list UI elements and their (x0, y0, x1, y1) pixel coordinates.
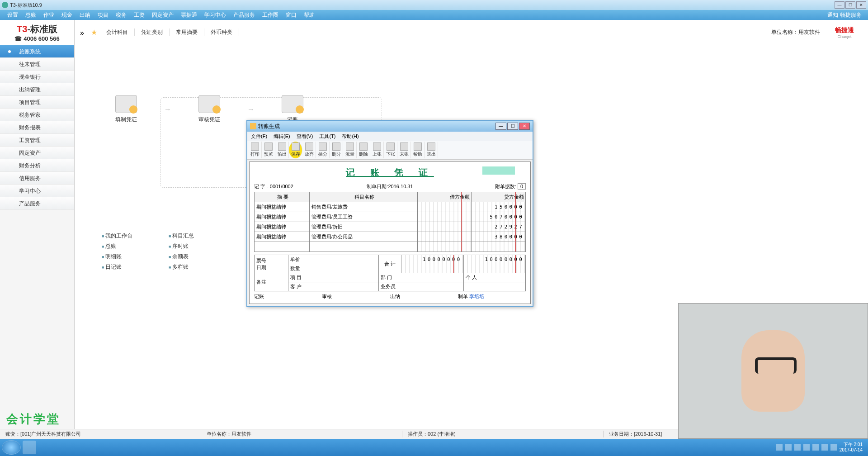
dialog-menu-item[interactable]: 文件(F) (251, 133, 267, 140)
tray-icon[interactable] (785, 444, 792, 451)
table-row[interactable]: 期间损益结转销售费用/差旅费150000 (255, 202, 526, 212)
link-item[interactable]: 总账 (102, 241, 132, 252)
tray-icon[interactable] (776, 444, 783, 451)
menu-item[interactable]: 税务 (112, 11, 130, 19)
menu-item[interactable]: 项目 (94, 11, 112, 19)
qty-label: 数量 (290, 266, 300, 271)
sidebar-item[interactable]: 信用服务 (0, 172, 74, 185)
logo-std: -标准版 (27, 24, 57, 34)
save-icon (292, 142, 300, 151)
sidebar-item-general-ledger[interactable]: 总账系统 (0, 45, 74, 58)
link-item[interactable]: 我的工作台 (102, 231, 132, 241)
tray-icon[interactable] (821, 444, 828, 451)
print-button[interactable]: 打印 (248, 142, 262, 158)
last-button[interactable]: 末张 (397, 142, 411, 158)
link-item[interactable]: 科目汇总 (169, 231, 194, 241)
sidebar-item[interactable]: 工资管理 (0, 134, 74, 147)
tab-item[interactable]: 会计科目 (100, 28, 135, 36)
delete-row-icon (332, 142, 340, 151)
sidebar-item[interactable]: 产品服务 (0, 197, 74, 210)
sidebar-item[interactable]: 往来管理 (0, 58, 74, 71)
export-button[interactable]: 输出 (275, 142, 289, 158)
preview-button[interactable]: 预览 (262, 142, 275, 158)
menu-item[interactable]: 工资 (130, 11, 148, 19)
taskbar-app-icon[interactable] (23, 441, 36, 454)
delete-button[interactable]: 删除 (357, 142, 370, 158)
link-item[interactable]: 序时账 (169, 241, 194, 252)
sidebar-item[interactable]: 学习中心 (0, 185, 74, 197)
menu-item[interactable]: 学习中心 (201, 11, 230, 19)
tray-icon[interactable] (803, 444, 810, 451)
exit-button[interactable]: 退出 (425, 142, 438, 158)
service-link[interactable]: 畅捷服务 (840, 11, 862, 19)
menu-item[interactable]: 出纳 (76, 11, 94, 19)
dialog-menu-item[interactable]: 查看(V) (297, 133, 313, 140)
sidebar-item[interactable]: 财务分析 (0, 159, 74, 172)
table-row[interactable]: 期间损益结转管理费用/折旧272927 (255, 222, 526, 232)
notice-link[interactable]: 通知 (827, 11, 838, 19)
dept-label: 部 门 (381, 275, 392, 280)
maximize-button[interactable]: ☐ (845, 1, 855, 9)
help-button[interactable]: 帮助 (411, 142, 425, 158)
last-icon (400, 142, 408, 151)
flow-create-voucher[interactable]: 填制凭证 (115, 95, 137, 124)
exit-icon (427, 142, 435, 151)
menu-item[interactable]: 固定资产 (148, 11, 177, 19)
menu-item[interactable]: 产品服务 (230, 11, 259, 19)
sidebar-item[interactable]: 现金银行 (0, 71, 74, 83)
menu-item[interactable]: 设置 (4, 11, 22, 19)
sales-label: 业务员 (381, 284, 396, 289)
sidebar-item[interactable]: 项目管理 (0, 96, 74, 109)
flow-book[interactable]: 记账 (282, 95, 303, 124)
dialog-menu-item[interactable]: 工具(T) (319, 133, 335, 140)
tray-icon[interactable] (830, 444, 837, 451)
table-row[interactable]: 期间损益结转管理费用/员工工资5070000 (255, 212, 526, 222)
dialog-title: 转账生成 (258, 123, 280, 130)
help-icon (414, 142, 422, 151)
dialog-close-button[interactable]: ✕ (519, 123, 530, 130)
table-row[interactable] (255, 242, 526, 252)
start-button[interactable] (2, 440, 21, 455)
flow-audit-voucher[interactable]: 审核凭证 (198, 95, 220, 124)
favorites-icon[interactable]: » (80, 29, 87, 36)
menu-item[interactable]: 票据通 (177, 11, 201, 19)
menu-item[interactable]: 工作圈 (259, 11, 282, 19)
dialog-menu-item[interactable]: 编辑(E) (274, 133, 290, 140)
menu-item[interactable]: 总账 (22, 11, 40, 19)
cancel-button[interactable]: 放弃 (302, 142, 316, 158)
sidebar-item[interactable]: 固定资产 (0, 147, 74, 159)
dialog-menu-item[interactable]: 帮助(H) (342, 133, 359, 140)
dialog-minimize-button[interactable]: — (495, 123, 506, 130)
insert-row-button[interactable]: 插分 (316, 142, 330, 158)
star-icon[interactable]: ★ (91, 28, 97, 37)
flow-button[interactable]: 流量 (343, 142, 357, 158)
prev-icon (373, 142, 381, 151)
link-item[interactable]: 日记账 (102, 262, 132, 272)
tray-icon[interactable] (812, 444, 819, 451)
attach-count-input[interactable] (518, 183, 526, 190)
delete-row-button[interactable]: 删分 (330, 142, 343, 158)
sidebar-item[interactable]: 财务报表 (0, 121, 74, 134)
close-button[interactable]: ✕ (856, 1, 866, 9)
menu-item[interactable]: 帮助 (300, 11, 318, 19)
table-row[interactable]: 期间损益结转管理费用/办公用品380000 (255, 232, 526, 242)
dialog-maximize-button[interactable]: ☐ (507, 123, 518, 130)
link-item[interactable]: 余额表 (169, 252, 194, 262)
sidebar-item[interactable]: 税务管家 (0, 109, 74, 121)
tab-item[interactable]: 常用摘要 (170, 28, 204, 36)
prev-button[interactable]: 上张 (370, 142, 384, 158)
menu-item[interactable]: 作业 (40, 11, 58, 19)
minimize-button[interactable]: — (835, 1, 844, 9)
menu-item[interactable]: 窗口 (282, 11, 300, 19)
taskbar-clock[interactable]: 下午 2:01 2017-07-14 (840, 442, 863, 453)
link-item[interactable]: 多栏账 (169, 262, 194, 272)
menu-item[interactable]: 现金 (58, 11, 76, 19)
link-item[interactable]: 明细账 (102, 252, 132, 262)
save-button[interactable]: 保存 (289, 142, 302, 158)
tab-item[interactable]: 凭证类别 (135, 28, 170, 36)
tab-item[interactable]: 外币种类 (204, 28, 239, 36)
sidebar-item[interactable]: 出纳管理 (0, 83, 74, 96)
tray-icon[interactable] (794, 444, 801, 451)
next-button[interactable]: 下张 (384, 142, 397, 158)
dialog-titlebar[interactable]: 转账生成 — ☐ ✕ (247, 121, 533, 132)
